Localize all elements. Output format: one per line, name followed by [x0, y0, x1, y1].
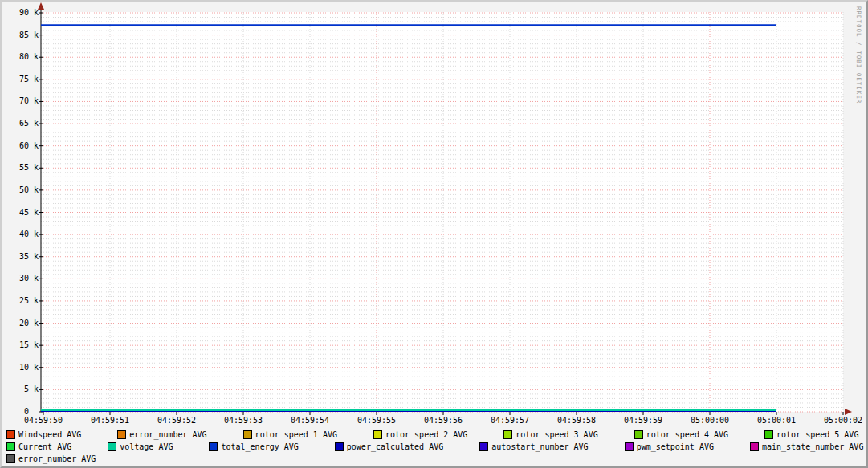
legend-item: Windspeed AVG: [6, 430, 81, 439]
legend-item: rotor speed 5 AVG: [764, 430, 858, 439]
legend-label: rotor speed 2 AVG: [385, 430, 467, 439]
legend-item: rotor speed 2 AVG: [373, 430, 467, 439]
legend-item: power_calculated AVG: [335, 442, 443, 451]
legend-item: rotor speed 3 AVG: [503, 430, 597, 439]
y-axis-arrow: [38, 2, 44, 10]
legend-item: error_number AVG: [6, 454, 96, 463]
legend-color-swatch: [6, 430, 15, 439]
y-axis-label: 30 k: [2, 274, 39, 283]
y-axis-label: 40 k: [2, 230, 39, 239]
x-axis-label: 05:00:00: [686, 416, 734, 425]
y-axis-label: 20 k: [2, 319, 39, 328]
legend-color-swatch: [764, 430, 773, 439]
legend-row: Current AVGvoltage AVGtotal_energy AVGpo…: [6, 441, 862, 453]
y-axis-label: 50 k: [2, 185, 39, 195]
legend-item: main_state_number AVG: [750, 442, 863, 451]
x-axis-label: 04:59:52: [153, 416, 201, 425]
y-axis-label: 5 k: [2, 385, 39, 394]
legend-item: voltage AVG: [108, 442, 173, 451]
y-axis-label: 35 k: [2, 252, 39, 262]
y-axis-label: 55 k: [2, 163, 39, 173]
legend-color-swatch: [6, 454, 15, 463]
legend-color-swatch: [634, 430, 643, 439]
legend-label: Current AVG: [18, 442, 71, 451]
legend-label: error_number AVG: [18, 454, 96, 463]
y-axis-label: 45 k: [2, 208, 39, 218]
x-axis-label: 05:00:02: [819, 416, 867, 425]
legend-item: autostart_number AVG: [479, 442, 588, 451]
legend-color-swatch: [750, 442, 759, 451]
x-axis-label: 04:59:56: [419, 416, 467, 425]
legend-item: error_number AVG: [117, 430, 206, 439]
legend-row: error_number AVG: [6, 453, 862, 465]
y-axis-label: 80 k: [2, 52, 39, 62]
legend-label: voltage AVG: [120, 442, 173, 451]
legend-label: rotor speed 4 AVG: [646, 430, 728, 439]
x-axis-label: 04:59:51: [86, 416, 134, 425]
x-axis-label: 04:59:59: [619, 416, 667, 425]
y-axis-label: 25 k: [2, 296, 39, 306]
rrdtool-watermark: RRDTOOL / TOBI OETIKER: [855, 6, 862, 104]
rrdtool-graph: 0 5 k10 k15 k20 k25 k30 k35 k40 k45 k50 …: [0, 0, 868, 468]
y-axis-label: 90 k: [2, 8, 39, 18]
x-axis-arrow: [845, 409, 852, 415]
legend-color-swatch: [373, 430, 382, 439]
legend-item: pwm_setpoint AVG: [625, 442, 714, 451]
chart-plot-area: [2, 2, 866, 466]
legend-color-swatch: [335, 442, 344, 451]
y-axis-label: 75 k: [2, 75, 39, 84]
x-axis-label: 04:59:54: [286, 416, 334, 425]
legend-color-swatch: [243, 430, 252, 439]
legend-label: error_number AVG: [129, 430, 206, 439]
x-axis-label: 04:59:55: [352, 416, 401, 425]
legend-label: rotor speed 3 AVG: [516, 430, 597, 439]
legend-row: Windspeed AVGerror_number AVGrotor speed…: [6, 429, 862, 441]
legend: Windspeed AVGerror_number AVGrotor speed…: [6, 429, 862, 465]
legend-color-swatch: [6, 442, 15, 451]
y-axis-label: 15 k: [2, 340, 39, 350]
legend-label: total_energy AVG: [221, 442, 298, 451]
y-axis-label: 70 k: [2, 96, 39, 106]
y-axis-label: 85 k: [2, 31, 39, 40]
legend-label: Windspeed AVG: [18, 430, 81, 439]
x-axis-label: 04:59:50: [19, 416, 67, 425]
x-axis-label: 04:59:53: [219, 416, 267, 425]
y-axis-label: 10 k: [2, 363, 39, 372]
legend-color-swatch: [625, 442, 634, 451]
legend-label: power_calculated AVG: [347, 442, 443, 451]
x-axis-label: 04:59:58: [552, 416, 601, 425]
legend-label: rotor speed 1 AVG: [255, 430, 337, 439]
legend-label: main_state_number AVG: [762, 442, 863, 451]
legend-label: autostart_number AVG: [491, 442, 588, 451]
legend-label: pwm_setpoint AVG: [637, 442, 714, 451]
legend-item: rotor speed 4 AVG: [634, 430, 728, 439]
legend-color-swatch: [117, 430, 126, 439]
x-axis-label: 04:59:57: [486, 416, 534, 425]
y-axis-label: 60 k: [2, 141, 39, 151]
y-axis-label: 65 k: [2, 119, 39, 128]
legend-item: total_energy AVG: [209, 442, 298, 451]
legend-color-swatch: [209, 442, 218, 451]
legend-color-swatch: [479, 442, 488, 451]
legend-color-swatch: [108, 442, 116, 451]
legend-item: rotor speed 1 AVG: [243, 430, 337, 439]
legend-label: rotor speed 5 AVG: [776, 430, 858, 439]
legend-item: Current AVG: [6, 442, 71, 451]
legend-color-swatch: [503, 430, 512, 439]
x-axis-label: 05:00:01: [752, 416, 801, 425]
